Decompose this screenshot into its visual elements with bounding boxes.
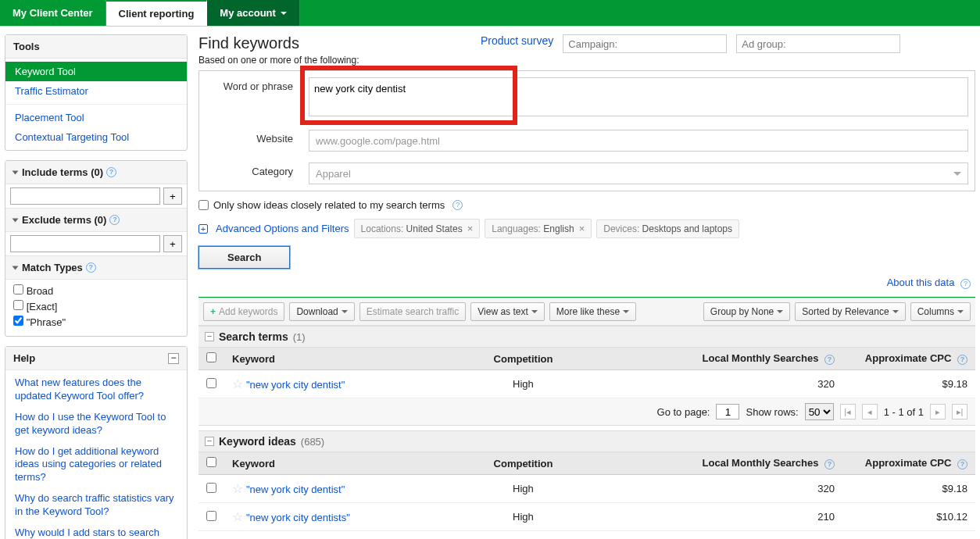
col-competition[interactable]: Competition [459, 452, 588, 475]
match-phrase-option[interactable]: "Phrase" [13, 314, 179, 330]
match-phrase-checkbox[interactable] [13, 316, 23, 326]
help-icon[interactable]: ? [109, 215, 120, 225]
page-input[interactable] [716, 404, 739, 419]
add-keywords-button[interactable]: +Add keywords [203, 302, 284, 321]
advanced-options-link[interactable]: Advanced Options and Filters [216, 223, 349, 234]
close-icon[interactable]: × [467, 223, 474, 234]
match-broad-option[interactable]: Broad [13, 283, 179, 298]
page-prev-button[interactable]: ◂ [862, 404, 878, 419]
only-show-checkbox[interactable] [199, 200, 209, 210]
col-lms[interactable]: Local Monthly Searches [703, 457, 819, 469]
row-checkbox[interactable] [206, 483, 216, 493]
help-link[interactable]: How do I use the Keyword Tool to get key… [15, 411, 177, 437]
exclude-term-add-button[interactable]: + [163, 235, 182, 252]
view-as-text-button[interactable]: View as text [470, 302, 544, 321]
match-exact-checkbox[interactable] [13, 300, 23, 310]
include-terms-header[interactable]: Include terms (0) ? [5, 161, 187, 184]
help-link[interactable]: How do I get additional keyword ideas us… [15, 445, 177, 485]
help-icon[interactable]: ? [824, 459, 835, 469]
sorted-by-button[interactable]: Sorted by Relevance [795, 302, 905, 321]
tab-client-reporting[interactable]: Client reporting [106, 0, 208, 26]
estimate-traffic-button[interactable]: Estimate search traffic [359, 302, 467, 321]
help-icon[interactable]: ? [957, 355, 967, 365]
adgroup-input[interactable] [736, 34, 900, 53]
col-competition[interactable]: Competition [459, 348, 588, 370]
help-link[interactable]: What new features does the updated Keywo… [15, 377, 177, 403]
page-last-button[interactable]: ▸| [952, 404, 967, 419]
columns-button[interactable]: Columns [910, 302, 971, 321]
col-cpc[interactable]: Approximate CPC [865, 352, 952, 364]
chevron-down-icon [13, 170, 19, 174]
col-keyword[interactable]: Keyword [224, 348, 459, 370]
select-all-checkbox[interactable] [206, 352, 216, 362]
more-like-these-button[interactable]: More like these [549, 302, 636, 321]
cell-lms: 320 [588, 370, 842, 398]
help-icon[interactable]: ? [86, 262, 96, 273]
chevron-down-icon [957, 310, 964, 313]
word-phrase-input[interactable]: new york city dentist [309, 77, 968, 116]
website-input[interactable] [309, 130, 968, 152]
nav-keyword-tool[interactable]: Keyword Tool [5, 62, 187, 81]
keyword-link[interactable]: "new york city dentist" [246, 379, 345, 391]
col-cpc[interactable]: Approximate CPC [865, 457, 952, 469]
languages-chip[interactable]: Languages: English × [485, 219, 592, 238]
keyword-link[interactable]: "new york city dentists" [246, 512, 350, 523]
select-all-checkbox[interactable] [206, 457, 216, 467]
campaign-input[interactable] [563, 34, 727, 53]
row-checkbox[interactable] [206, 378, 216, 388]
tab-my-account[interactable]: My account [207, 0, 300, 26]
collapse-icon[interactable]: − [168, 353, 179, 364]
group-by-button[interactable]: Group by None [703, 302, 790, 321]
help-icon[interactable]: ? [106, 167, 116, 177]
search-button[interactable]: Search [199, 246, 290, 269]
nav-placement-tool[interactable]: Placement Tool [5, 108, 187, 127]
include-term-add-button[interactable]: + [163, 187, 182, 205]
cell-cpc: $11.72 [842, 531, 975, 540]
help-icon[interactable]: ? [960, 279, 971, 289]
match-broad-checkbox[interactable] [13, 284, 23, 294]
collapse-icon[interactable]: − [205, 437, 214, 446]
table-row: ☆"new york city dentists" High 210 $10.1… [199, 503, 975, 531]
exclude-terms-header[interactable]: Exclude terms (0) ? [5, 208, 187, 232]
help-panel: Help − What new features does the update… [5, 346, 188, 539]
exclude-terms-title: Exclude terms (0) [22, 214, 106, 226]
about-data-link[interactable]: About this data [887, 277, 955, 288]
rows-select[interactable]: 50 [805, 403, 834, 420]
chevron-down-icon [777, 310, 783, 313]
star-icon[interactable]: ☆ [232, 377, 243, 391]
exclude-term-input[interactable] [10, 235, 160, 252]
col-lms[interactable]: Local Monthly Searches [703, 352, 819, 364]
category-select[interactable]: Apparel [309, 162, 968, 184]
help-icon[interactable]: ? [824, 355, 835, 365]
keyword-ideas-table: Keyword Competition Local Monthly Search… [199, 452, 975, 539]
keyword-link[interactable]: "new york city dentist" [246, 484, 345, 495]
locations-chip[interactable]: Locations: United States × [354, 219, 481, 238]
help-link[interactable]: Why do search traffic statistics vary in… [15, 492, 177, 519]
tab-my-account-label: My account [220, 7, 276, 19]
help-link[interactable]: Why would I add stars to search [15, 527, 177, 539]
tools-panel: Tools Keyword Tool Traffic Estimator Pla… [5, 34, 188, 151]
help-icon[interactable]: ? [957, 459, 967, 469]
plus-icon[interactable]: + [199, 224, 208, 234]
collapse-icon[interactable]: − [205, 332, 214, 341]
row-checkbox[interactable] [206, 511, 216, 521]
match-types-header[interactable]: Match Types ? [5, 255, 187, 280]
star-icon[interactable]: ☆ [232, 482, 243, 495]
star-icon[interactable]: ☆ [232, 510, 243, 523]
cell-competition: High [459, 531, 588, 540]
close-icon[interactable]: × [579, 223, 585, 234]
match-exact-option[interactable]: [Exact] [13, 298, 179, 314]
include-term-input[interactable] [10, 187, 160, 205]
col-keyword[interactable]: Keyword [224, 452, 459, 475]
help-icon[interactable]: ? [452, 200, 463, 210]
product-survey-link[interactable]: Product survey [481, 34, 553, 47]
cell-competition: High [459, 475, 588, 503]
tab-client-center[interactable]: My Client Center [0, 0, 106, 26]
download-button[interactable]: Download [289, 302, 354, 321]
nav-contextual-tool[interactable]: Contextual Targeting Tool [5, 127, 187, 147]
page-first-button[interactable]: |◂ [840, 404, 856, 419]
devices-chip[interactable]: Devices: Desktops and laptops [596, 220, 739, 238]
page-next-button[interactable]: ▸ [930, 404, 946, 419]
nav-traffic-estimator[interactable]: Traffic Estimator [5, 81, 187, 101]
cell-lms: 320 [588, 475, 842, 503]
